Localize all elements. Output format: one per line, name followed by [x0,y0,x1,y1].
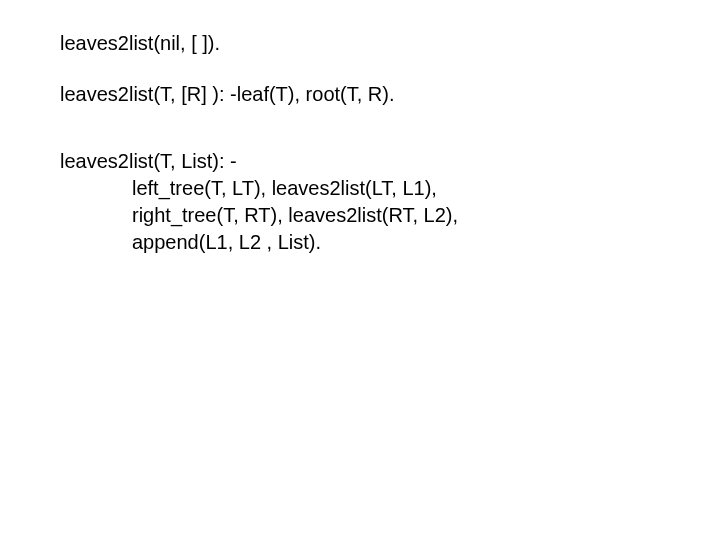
document-page: leaves2list(nil, [ ]). leaves2list(T, [R… [0,0,720,540]
code-line: left_tree(T, LT), leaves2list(LT, L1), [60,175,720,202]
code-line: right_tree(T, RT), leaves2list(RT, L2), [60,202,720,229]
code-line: leaves2list(T, List): - [60,148,720,175]
code-line: leaves2list(T, [R] ): -leaf(T), root(T, … [60,83,395,105]
clause-2: leaves2list(T, [R] ): -leaf(T), root(T, … [60,81,720,108]
code-line: append(L1, L2 , List). [60,229,720,256]
clause-3: leaves2list(T, List): - left_tree(T, LT)… [60,148,720,256]
clause-1: leaves2list(nil, [ ]). [60,30,720,57]
code-line: leaves2list(nil, [ ]). [60,32,220,54]
